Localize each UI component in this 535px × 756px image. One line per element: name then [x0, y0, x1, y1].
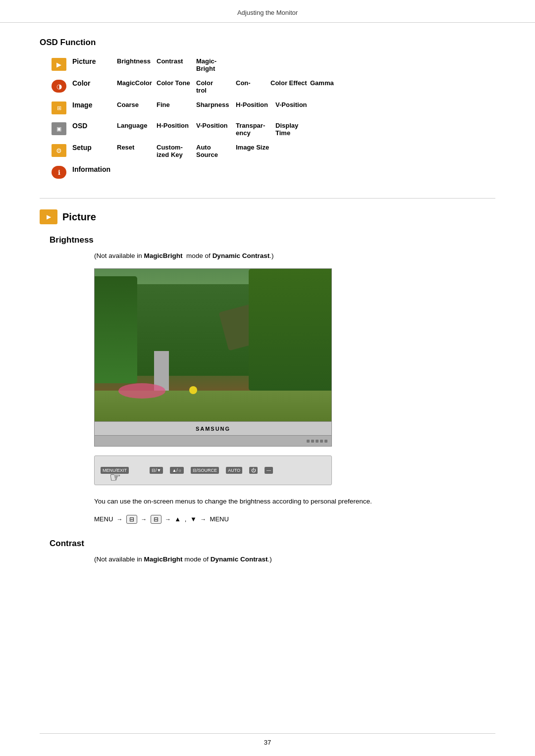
osd-item: Transpar-ency — [236, 121, 275, 138]
color-items: MagicColor Color Tone Colortrol Con- Col… — [117, 78, 495, 95]
monitor-btn — [320, 440, 323, 443]
nav-down: ▼ — [190, 515, 197, 523]
nav-box-1: ⊟ — [126, 515, 137, 524]
osd-item: AutoSource — [196, 143, 236, 159]
picture-icon: ▶ — [50, 56, 68, 72]
nav-arrow: → — [163, 516, 173, 523]
page-footer: 37 — [40, 733, 495, 746]
osd-function-table: ▶ Picture Brightness Contrast Magic-Brig… — [50, 56, 495, 180]
osd-row-osd: ▣ OSD Language H-Position V-Position Tra… — [50, 121, 495, 138]
osd-item: MagicColor — [117, 78, 157, 95]
osd-row-image: ⊞ Image Coarse Fine Sharpness H-Position… — [50, 100, 495, 116]
menu-item-auto: AUTO — [226, 467, 242, 474]
nav-comma: , — [183, 515, 188, 523]
magic-bright-bold: MagicBright — [144, 252, 183, 259]
nav-arrow: → — [139, 516, 149, 523]
osd-item: H-Position — [157, 121, 196, 138]
monitor-screen — [94, 268, 332, 422]
osd-item: Coarse — [117, 100, 157, 109]
nav-arrow: → — [115, 516, 124, 523]
osd-item: Brightness — [117, 56, 157, 73]
osd-item: Color Tone — [157, 78, 196, 95]
osd-item: Con- — [236, 78, 270, 95]
picture-items: Brightness Contrast Magic-Bright — [117, 56, 495, 73]
osd-item: Color Effect — [270, 78, 310, 95]
osd-function-title: OSD Function — [40, 38, 495, 48]
osd-item: V-Position — [275, 100, 315, 109]
osd-row-information: ℹ Information — [50, 164, 495, 180]
monitor-image-container: SAMSUNG — [94, 268, 332, 447]
image-icon: ⊞ — [50, 100, 68, 116]
picture-section-icon — [40, 209, 57, 224]
osd-row-picture: ▶ Picture Brightness Contrast Magic-Brig… — [50, 56, 495, 73]
image-label: Image — [72, 100, 117, 109]
setup-label: Setup — [72, 143, 117, 151]
contrast-note-middle: mode of — [183, 555, 211, 563]
picture-section-title: Picture — [62, 211, 96, 223]
monitor-buttons-row — [94, 436, 332, 447]
monitor-btn — [316, 440, 319, 443]
setup-icon: ⚙ — [50, 143, 68, 158]
contrast-dynamic-contrast: Dynamic Contrast — [211, 555, 268, 563]
nav-up: ▲ — [174, 515, 181, 523]
osd-item: Colortrol — [196, 78, 236, 95]
note-prefix: (Not available in — [94, 252, 144, 259]
osd-item: Contrast — [157, 56, 196, 73]
brightness-title: Brightness — [50, 235, 495, 245]
osd-item: Image Size — [236, 143, 275, 159]
monitor-btn — [311, 440, 314, 443]
left-trees — [95, 276, 137, 383]
nav-box-2: ⊟ — [151, 515, 161, 524]
osd-icon: ▣ — [50, 121, 68, 137]
osd-row-color: ◑ Color MagicColor Color Tone Colortrol … — [50, 78, 495, 95]
menu-item-back-down: ⊟/▼ — [150, 467, 163, 474]
monitor-brand: SAMSUNG — [196, 426, 230, 432]
osd-items: Language H-Position V-Position Transpar-… — [117, 121, 495, 138]
picture-section-heading: Picture — [40, 209, 495, 224]
setup-items: Reset Custom-ized Key AutoSource Image S… — [117, 143, 495, 159]
osd-menu-bar: MENU/EXIT ⊟/▼ ▲/☼ ⊟/SOURCE AUTO ⏻ — ☞ — [94, 455, 332, 485]
osd-menu-image: MENU/EXIT ⊟/▼ ▲/☼ ⊟/SOURCE AUTO ⏻ — ☞ — [94, 455, 332, 485]
dynamic-contrast-bold: Dynamic Contrast — [213, 252, 270, 259]
color-label: Color — [72, 78, 117, 87]
color-icon: ◑ — [50, 78, 68, 94]
hand-cursor: ☞ — [109, 470, 121, 485]
osd-item: Reset — [117, 143, 157, 159]
information-icon: ℹ — [50, 164, 68, 180]
monitor-btn — [324, 440, 327, 443]
header-title: Adjusting the Monitor — [237, 9, 298, 16]
brightness-description: You can use the on-screen menus to chang… — [94, 496, 451, 507]
nav-arrow: → — [199, 516, 208, 523]
osd-item: Custom-ized Key — [157, 143, 196, 159]
section-divider — [40, 198, 495, 199]
nav-menu-end: MENU — [210, 515, 229, 523]
menu-item-dash: — — [265, 467, 273, 474]
right-trees — [249, 269, 331, 391]
osd-item: Fine — [157, 100, 196, 109]
nav-menu: MENU — [94, 515, 113, 523]
information-label: Information — [72, 164, 117, 173]
osd-row-setup: ⚙ Setup Reset Custom-ized Key AutoSource… — [50, 143, 495, 159]
brightness-note: (Not available in MagicBright mode of Dy… — [94, 252, 495, 259]
yellow-object — [189, 386, 197, 394]
osd-item: Sharpness — [196, 100, 236, 109]
contrast-title: Contrast — [50, 539, 495, 549]
note-middle: mode of — [183, 252, 213, 259]
picture-label: Picture — [72, 56, 117, 65]
osd-item: Gamma — [310, 78, 350, 95]
osd-item: Language — [117, 121, 157, 138]
contrast-note-prefix: (Not available in — [94, 555, 144, 563]
monitor-brand-bar: SAMSUNG — [94, 422, 332, 436]
note-suffix: .) — [269, 252, 273, 259]
osd-item: H-Position — [236, 100, 275, 109]
menu-item-up-bright: ▲/☼ — [170, 467, 184, 474]
contrast-magic-bright: MagicBright — [144, 555, 183, 563]
page-number: 37 — [264, 739, 271, 746]
image-items: Coarse Fine Sharpness H-Position V-Posit… — [117, 100, 495, 109]
menu-item-power: ⏻ — [249, 467, 258, 474]
menu-navigation: MENU → ⊟ → ⊟ → ▲ , ▼ → MENU — [94, 515, 495, 524]
contrast-note: (Not available in MagicBright mode of Dy… — [94, 555, 495, 563]
contrast-note-suffix: .) — [268, 555, 271, 563]
osd-item: Magic-Bright — [196, 56, 236, 73]
osd-item: DisplayTime — [275, 121, 315, 138]
